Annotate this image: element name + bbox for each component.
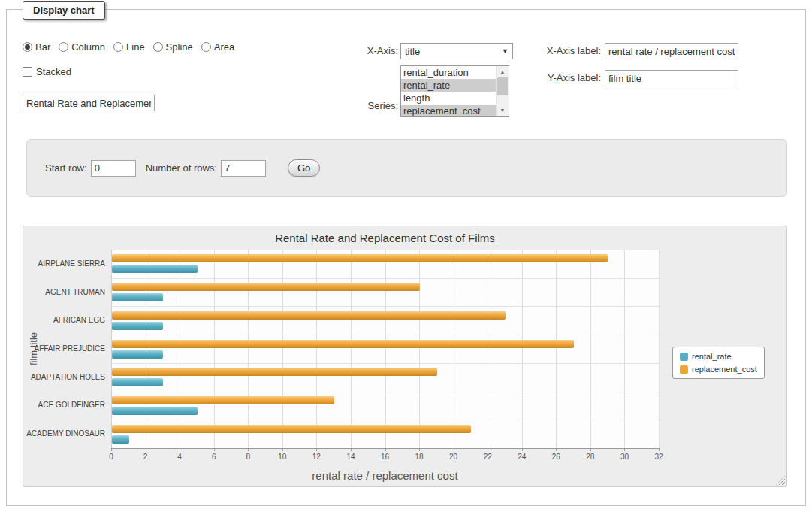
stacked-checkbox-row[interactable]: Stacked bbox=[23, 66, 71, 77]
series-option-rental_rate[interactable]: rental_rate bbox=[401, 79, 496, 92]
y-category-label: ADAPTATION HOLES bbox=[23, 373, 105, 381]
chart-type-radio-line[interactable]: Line bbox=[113, 41, 145, 53]
bar-replacement_cost bbox=[112, 311, 506, 320]
legend-label: rental_rate bbox=[692, 352, 732, 361]
radio-label: Bar bbox=[35, 41, 50, 53]
display-chart-panel: Display chart BarColumnLineSplineArea St… bbox=[6, 9, 806, 506]
x-gridline bbox=[316, 250, 317, 448]
number-of-rows-input[interactable] bbox=[221, 160, 266, 177]
chart-type-radio-column[interactable]: Column bbox=[59, 41, 105, 53]
x-gridline bbox=[385, 250, 386, 448]
x-gridline bbox=[282, 250, 283, 448]
y-category-label: ACADEMY DINOSAUR bbox=[23, 429, 105, 438]
x-tick-label: 26 bbox=[545, 453, 567, 461]
chart-type-radio-group: BarColumnLineSplineArea bbox=[23, 41, 243, 55]
x-tick-label: 32 bbox=[647, 453, 670, 461]
x-gridline bbox=[180, 250, 180, 448]
radio-label: Line bbox=[126, 41, 145, 53]
x-gridline bbox=[454, 250, 454, 448]
chart-type-radio-spline[interactable]: Spline bbox=[153, 41, 193, 53]
x-tick-label: 18 bbox=[408, 453, 430, 461]
x-tick-label: 20 bbox=[442, 453, 465, 461]
x-tick-label: 24 bbox=[511, 453, 533, 461]
go-button[interactable]: Go bbox=[288, 159, 320, 177]
x-gridline bbox=[522, 250, 523, 448]
x-gridline bbox=[248, 250, 249, 448]
bar-rental_rate bbox=[112, 322, 163, 330]
radio-icon[interactable] bbox=[113, 42, 123, 52]
series-option-length[interactable]: length bbox=[401, 92, 496, 105]
radio-label: Area bbox=[214, 41, 234, 53]
chart-container: Rental Rate and Replacement Cost of Film… bbox=[23, 226, 787, 487]
legend-item-rental_rate[interactable]: rental_rate bbox=[680, 352, 757, 361]
series-option-replacement_cost[interactable]: replacement_cost bbox=[401, 105, 496, 116]
series-option-rental_duration[interactable]: rental_duration bbox=[401, 66, 496, 79]
x-axis-label-text: X-Axis label: bbox=[488, 43, 601, 59]
x-gridline bbox=[214, 250, 215, 448]
x-tick-label: 14 bbox=[340, 453, 362, 461]
chart-type-radio-area[interactable]: Area bbox=[201, 41, 234, 53]
bar-replacement_cost bbox=[112, 340, 574, 348]
x-axis-label-input[interactable] bbox=[605, 43, 738, 59]
radio-label: Spline bbox=[166, 41, 193, 53]
bar-rental_rate bbox=[112, 407, 198, 415]
bar-rental_rate bbox=[112, 435, 129, 444]
legend-label: replacement_cost bbox=[692, 365, 757, 374]
start-row-input[interactable] bbox=[91, 160, 136, 177]
legend-item-replacement_cost[interactable]: replacement_cost bbox=[680, 365, 757, 374]
x-tick-label: 6 bbox=[203, 453, 225, 461]
bar-rental_rate bbox=[112, 293, 163, 301]
radio-icon[interactable] bbox=[23, 42, 32, 52]
x-axis-title: rental rate / replacement cost bbox=[111, 469, 659, 482]
radio-icon[interactable] bbox=[153, 42, 163, 52]
x-gridline bbox=[590, 250, 591, 448]
bar-replacement_cost bbox=[112, 254, 608, 262]
legend-swatch bbox=[680, 365, 688, 374]
x-tick-label: 8 bbox=[237, 453, 259, 461]
series-label: Series: bbox=[330, 98, 398, 114]
x-tick-label: 0 bbox=[100, 453, 122, 461]
x-axis-selected-value: title bbox=[405, 46, 420, 57]
x-tick-label: 28 bbox=[579, 453, 602, 461]
y-category-label: AFRICAN EGG bbox=[23, 316, 105, 324]
y-axis-line bbox=[111, 250, 112, 448]
x-gridline bbox=[624, 250, 625, 448]
x-axis-select-label: X-Axis: bbox=[330, 43, 398, 59]
y-axis-label-text: Y-Axis label: bbox=[488, 70, 601, 86]
radio-icon[interactable] bbox=[59, 42, 68, 52]
x-gridline bbox=[659, 250, 660, 448]
number-of-rows-label: Number of rows: bbox=[146, 162, 217, 174]
bar-replacement_cost bbox=[112, 368, 437, 376]
x-gridline bbox=[351, 250, 352, 448]
x-gridline bbox=[146, 250, 146, 448]
x-gridline bbox=[556, 250, 557, 448]
legend-swatch bbox=[680, 353, 688, 361]
bar-rental_rate bbox=[112, 265, 198, 273]
chart: Rental Rate and Replacement Cost of Film… bbox=[23, 226, 786, 486]
y-axis-label-input[interactable] bbox=[605, 70, 738, 86]
x-tick-label: 10 bbox=[271, 453, 294, 461]
bar-replacement_cost bbox=[112, 425, 471, 433]
series-options: rental_durationrental_ratelengthreplacem… bbox=[401, 66, 496, 116]
chart-type-radio-bar[interactable]: Bar bbox=[23, 41, 50, 53]
radio-label: Column bbox=[71, 41, 105, 53]
y-axis-title: film title bbox=[28, 332, 39, 365]
x-tick-label: 30 bbox=[613, 453, 635, 461]
x-gridline bbox=[419, 250, 420, 448]
panel-title: Display chart bbox=[23, 1, 105, 20]
chart-legend: rental_ratereplacement_cost bbox=[672, 347, 765, 379]
radio-icon[interactable] bbox=[201, 42, 211, 52]
bar-rental_rate bbox=[112, 350, 163, 359]
page: { "header": { "legend": "Display chart" … bbox=[0, 0, 812, 512]
stacked-checkbox[interactable] bbox=[23, 67, 32, 77]
y-category-label: ACE GOLDFINGER bbox=[23, 401, 105, 409]
bar-rental_rate bbox=[112, 378, 163, 386]
x-tick-label: 12 bbox=[305, 453, 328, 461]
x-tick-label: 2 bbox=[134, 453, 157, 461]
x-tick-label: 22 bbox=[476, 453, 499, 461]
row-range-panel: Start row: Number of rows: Go bbox=[26, 139, 787, 197]
y-category-label: AGENT TRUMAN bbox=[23, 288, 105, 296]
bar-replacement_cost bbox=[112, 396, 334, 404]
scroll-down-icon[interactable]: ▼ bbox=[497, 105, 509, 116]
chart-title-input[interactable] bbox=[23, 95, 155, 111]
